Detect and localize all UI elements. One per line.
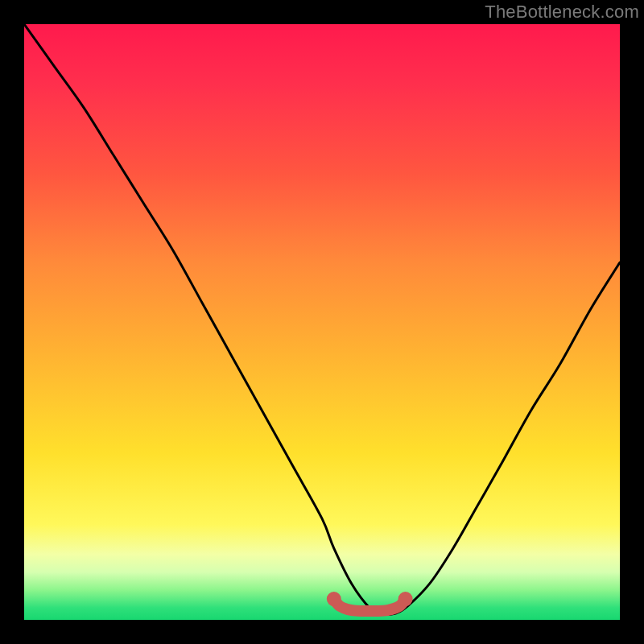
marker-end-dot: [398, 592, 413, 606]
curve-layer: [24, 24, 620, 620]
watermark-text: TheBottleneck.com: [485, 2, 639, 23]
plot-area: [24, 24, 620, 620]
bottleneck-curve: [24, 24, 620, 615]
marker-start-dot: [327, 592, 341, 606]
chart-stage: TheBottleneck.com: [0, 0, 644, 644]
optimal-range-marker: [334, 599, 406, 611]
